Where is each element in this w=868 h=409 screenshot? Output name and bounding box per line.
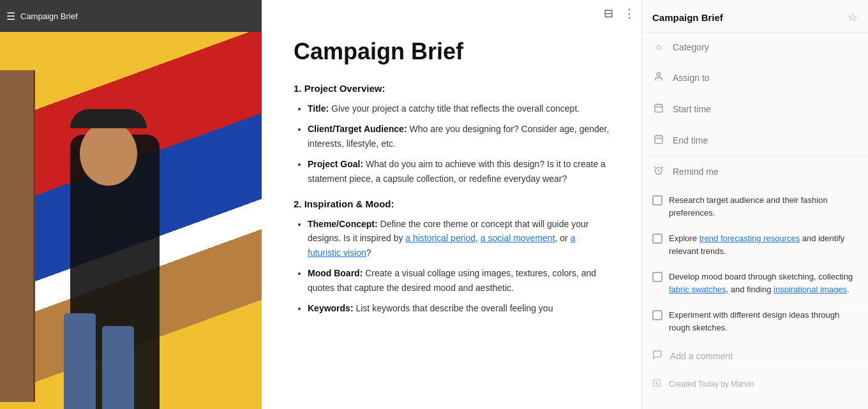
panel-title: Campaign Brief [652, 12, 723, 23]
list-item: Keywords: List keywords that describe th… [308, 301, 610, 315]
assign-to-label: Assign to [673, 73, 710, 83]
right-panel: Campaign Brief ☆ ○ Category Assign to St… [641, 0, 868, 409]
section-1-list: Title: Give your project a catchy title … [294, 101, 610, 186]
end-time-row[interactable]: End time [642, 125, 868, 156]
header-bar: ☰ Campaign Brief [0, 0, 262, 32]
more-options-icon[interactable]: ⋮ [624, 6, 635, 20]
cover-image [0, 32, 262, 409]
task-row-2: Explore trend forecasting resources and … [642, 226, 868, 264]
category-label: Category [673, 42, 709, 52]
start-time-label: Start time [673, 104, 711, 114]
task-text-4: Experiment with different design ideas t… [669, 309, 858, 334]
task-text-1: Research target audience and their fashi… [669, 194, 858, 219]
list-item: Client/Target Audience: Who are you desi… [308, 122, 610, 151]
add-comment-label: Add a comment [670, 351, 733, 361]
list-item: Project Goal: What do you aim to achieve… [308, 157, 610, 186]
header-title: Campaign Brief [20, 11, 78, 21]
comment-icon [652, 350, 662, 362]
star-icon[interactable]: ☆ [848, 10, 858, 24]
remind-me-row[interactable]: Remind me [642, 156, 868, 188]
start-time-row[interactable]: Start time [642, 94, 868, 125]
list-item: Title: Give your project a catchy title … [308, 101, 610, 115]
end-time-label: End time [673, 135, 708, 145]
category-icon: ○ [652, 41, 665, 53]
category-row[interactable]: ○ Category [642, 33, 868, 63]
footer-text: Created Today by Marvin [669, 380, 754, 389]
info-icon [652, 378, 661, 389]
svg-rect-1 [655, 105, 662, 112]
document-title: Campaign Brief [294, 38, 610, 65]
person-icon [652, 71, 665, 84]
task-row-4: Experiment with different design ideas t… [642, 302, 868, 341]
section-1-heading: 1. Project Overview: [294, 83, 610, 94]
task-checkbox-2[interactable] [652, 234, 662, 244]
task-text-2: Explore trend forecasting resources and … [669, 232, 858, 257]
task-checkbox-1[interactable] [652, 195, 662, 205]
task-row-1: Research target audience and their fashi… [642, 188, 868, 226]
calendar-icon [652, 103, 665, 115]
task-text-3: Develop mood board through sketching, co… [669, 271, 858, 295]
task-checkbox-4[interactable] [652, 310, 662, 320]
task-checkbox-3[interactable] [652, 272, 662, 282]
list-item: Mood Board: Create a visual collage usin… [308, 266, 610, 295]
assign-to-row[interactable]: Assign to [642, 63, 868, 94]
hamburger-icon[interactable]: ☰ [6, 10, 15, 22]
panel-footer: Created Today by Marvin [642, 372, 868, 396]
toolbar: ⊟ ⋮ [604, 6, 635, 20]
svg-point-0 [657, 73, 660, 76]
task-row-3: Develop mood board through sketching, co… [642, 264, 868, 302]
panel-header: Campaign Brief ☆ [642, 0, 868, 33]
list-item: Theme/Concept: Define the core theme or … [308, 217, 610, 260]
document-area: ⊟ ⋮ Campaign Brief 1. Project Overview: … [262, 0, 641, 409]
section-2-list: Theme/Concept: Define the core theme or … [294, 217, 610, 315]
calendar-end-icon [652, 134, 665, 147]
section-2-heading: 2. Inspiration & Mood: [294, 198, 610, 209]
remind-me-label: Remind me [673, 167, 719, 177]
add-comment-row[interactable]: Add a comment [642, 341, 868, 372]
alarm-icon [652, 165, 665, 178]
filter-icon[interactable]: ⊟ [604, 6, 613, 20]
svg-rect-5 [655, 136, 662, 144]
